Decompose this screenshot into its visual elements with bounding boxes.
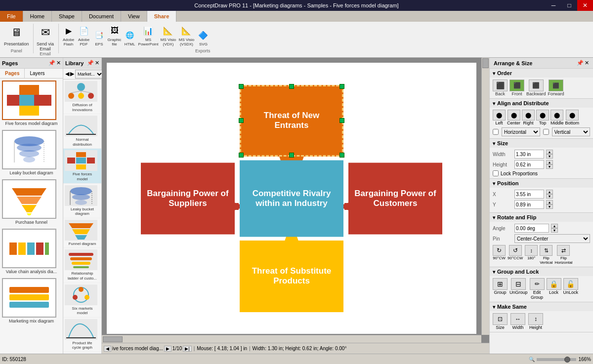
horizontal-scrollbar[interactable]: [102, 335, 481, 343]
width-up-button[interactable]: ▲: [546, 150, 553, 154]
same-width-button[interactable]: ↔ Width: [510, 313, 525, 330]
arrange-close-button[interactable]: ✕: [585, 60, 589, 66]
page-next-button[interactable]: ▶: [164, 346, 171, 352]
unlock-button[interactable]: 🔓 UnLock: [563, 278, 579, 300]
library-dropdown[interactable]: Market...: [75, 70, 104, 79]
y-up-button[interactable]: ▲: [546, 200, 553, 204]
zoom-decrease-button[interactable]: 🔍: [529, 357, 535, 362]
order-section-header[interactable]: ▾ Order: [490, 69, 593, 78]
align-center-button[interactable]: ⬤ Center: [507, 110, 520, 125]
lock-proportions-checkbox[interactable]: [493, 170, 499, 176]
library-close-button[interactable]: ✕: [95, 60, 99, 66]
arrange-pin-button[interactable]: 📌: [577, 60, 584, 66]
forward-button[interactable]: ⬛ Forward: [548, 80, 564, 96]
align-left-button[interactable]: ⬤ Left: [493, 110, 506, 125]
same-height-button[interactable]: ↕ Height: [528, 313, 543, 330]
y-input[interactable]: [514, 200, 544, 209]
scrollbar-thumb-h[interactable]: [103, 336, 123, 342]
lock-button[interactable]: 🔒 Lock: [547, 278, 561, 300]
ungroup-button[interactable]: ⊟ UnGroup: [509, 278, 528, 300]
y-down-button[interactable]: ▼: [546, 204, 553, 209]
same-size-button[interactable]: ⊡ Size: [493, 313, 508, 330]
minimize-button[interactable]: ─: [546, 0, 561, 11]
graphic-file-button[interactable]: 🖼 Graphicfile: [108, 24, 122, 46]
page-item-4[interactable]: Value chain analysis dia...: [2, 229, 61, 274]
distribute-v-checkbox[interactable]: [543, 129, 549, 135]
ms-powerpoint-button[interactable]: 📊 MSPowerPoint: [138, 24, 159, 46]
width-input[interactable]: [514, 150, 544, 159]
library-item-1[interactable]: Diffusion ofInnovations: [63, 80, 101, 114]
page-last-button[interactable]: ▶|: [183, 346, 191, 352]
adobe-flash-button[interactable]: ▶ AdobeFlash: [62, 24, 76, 46]
tab-layers[interactable]: Layers: [25, 69, 49, 78]
page-prev-button[interactable]: ◀: [104, 346, 111, 352]
library-item-2[interactable]: Normaldistribution: [63, 114, 101, 149]
tab-view[interactable]: View: [121, 11, 147, 22]
page-item-2[interactable]: Leaky bucket diagram: [2, 130, 61, 175]
tab-shape[interactable]: Shape: [52, 11, 82, 22]
bargaining-suppliers-box[interactable]: Bargaining Power of Suppliers: [141, 162, 235, 234]
edit-group-button[interactable]: ✏ EditGroup: [530, 278, 545, 300]
adobe-pdf-button[interactable]: 📄 AdobePDF: [77, 24, 91, 46]
angle-down-button[interactable]: ▼: [551, 228, 558, 233]
maximize-button[interactable]: □: [561, 0, 577, 11]
library-pin-button[interactable]: 📌: [87, 60, 94, 66]
close-button[interactable]: ✕: [577, 0, 593, 11]
page-item-1[interactable]: Five forces model diagram: [2, 81, 61, 126]
threat-substitutes-box[interactable]: Threat of Substitute Products: [240, 241, 343, 312]
library-item-9[interactable]: Extendedproduct li...: [63, 352, 101, 354]
zoom-slider[interactable]: [537, 358, 576, 361]
rotate-180-button[interactable]: ↕ 180°: [525, 245, 538, 265]
library-item-4[interactable]: Leaky bucketdiagram: [63, 184, 101, 218]
position-section-header[interactable]: ▾ Position: [490, 179, 593, 188]
library-item-5[interactable]: Funnel diagram: [63, 218, 101, 248]
library-item-8[interactable]: Product lifecycle graph: [63, 318, 101, 352]
page-item-5[interactable]: Marketing mix diagram: [2, 278, 61, 324]
height-input[interactable]: [514, 160, 544, 169]
x-input[interactable]: [514, 190, 544, 199]
distribute-h-checkbox[interactable]: [493, 129, 499, 135]
back-button[interactable]: ⬛ Back: [493, 80, 508, 96]
align-top-button[interactable]: ⬤ Top: [536, 110, 549, 125]
canvas-scroll[interactable]: Competitive Rivalry within an Industry T…: [102, 58, 489, 343]
threat-entrants-box[interactable]: Threat of New Entrants: [240, 85, 343, 157]
make-same-section-header[interactable]: ▾ Make Same: [490, 302, 593, 311]
size-section-header[interactable]: ▾ Size: [490, 139, 593, 148]
send-email-button[interactable]: ✉ Send viaEmail: [37, 24, 54, 51]
tab-document[interactable]: Document: [82, 11, 121, 22]
flip-horizontal-button[interactable]: ⇄ FlipHorizontal: [554, 245, 572, 265]
rotate-90ccw-button[interactable]: ↺ 90°CCW: [508, 245, 523, 265]
angle-input[interactable]: [514, 224, 549, 233]
tab-share[interactable]: Share: [147, 11, 177, 22]
page-item-3[interactable]: Purchase funnel: [2, 179, 61, 225]
height-down-button[interactable]: ▼: [546, 164, 553, 169]
svg-button[interactable]: 🔷 SVG: [196, 28, 210, 46]
x-up-button[interactable]: ▲: [546, 190, 553, 194]
presentation-button[interactable]: 🖥 Presentation: [4, 24, 29, 46]
pin-select[interactable]: Center-Center: [514, 234, 590, 243]
rotate-90cw-button[interactable]: ↻ 90°CW: [493, 245, 506, 265]
vertical-scrollbar[interactable]: [481, 58, 489, 335]
align-section-header[interactable]: ▾ Align and Distribute: [490, 99, 593, 108]
library-forward-button[interactable]: ▶: [70, 71, 74, 77]
tab-home[interactable]: Home: [23, 11, 52, 22]
bargaining-customers-box[interactable]: Bargaining Power of Customers: [348, 162, 442, 234]
height-up-button[interactable]: ▲: [546, 160, 553, 164]
ms-visio-vdx-button[interactable]: 📐 MS Visio(VDX): [160, 24, 176, 46]
front-button[interactable]: ⬛ Front: [509, 80, 524, 96]
ms-visio-vsdx-button[interactable]: 📐 MS Visio(VSDX): [178, 24, 195, 46]
library-item-6[interactable]: Relationshipladder of custo...: [63, 248, 101, 283]
tab-pages[interactable]: Pages: [0, 69, 25, 78]
tab-file[interactable]: File: [0, 11, 23, 22]
align-right-button[interactable]: ⬤ Right: [522, 110, 535, 125]
group-button[interactable]: ⊞ Group: [493, 278, 508, 300]
angle-up-button[interactable]: ▲: [551, 224, 558, 228]
width-down-button[interactable]: ▼: [546, 154, 553, 159]
library-item-7[interactable]: Six marketsmodel: [63, 283, 101, 318]
pages-pin-button[interactable]: 📌: [48, 60, 55, 66]
html-button[interactable]: 🌐 HTML: [123, 28, 137, 46]
align-middle-button[interactable]: ⬤ Middle: [551, 110, 564, 125]
library-back-button[interactable]: ◀: [65, 71, 69, 77]
flip-vertical-button[interactable]: ⇅ FlipVertical: [540, 245, 552, 265]
x-down-button[interactable]: ▼: [546, 194, 553, 199]
